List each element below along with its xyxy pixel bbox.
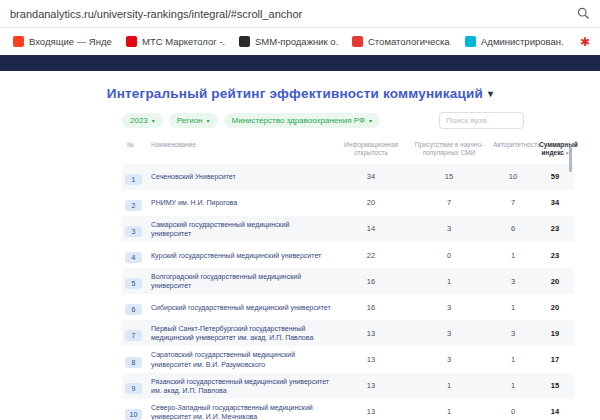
table-row[interactable]: 9 Рязанский государственный медицинский … xyxy=(122,373,574,399)
info-openness-value: 13 xyxy=(334,399,408,420)
controls-row: 2023 ▾ Регион ▾ Министерство здравоохран… xyxy=(122,112,574,129)
site-navbar xyxy=(0,55,600,71)
bookmarks-bar: Входящие — Яндек... МТС Маркетолог -... … xyxy=(0,28,600,55)
table-row[interactable]: 1 Сеченовский Университет 34 15 10 59 xyxy=(122,164,574,190)
bookmark-label: SMM-продажник о... xyxy=(255,36,338,47)
table-row[interactable]: 5 Волгоградский государственный медицинс… xyxy=(122,268,574,294)
extension-icon[interactable]: ✱ xyxy=(576,35,594,49)
media-presence-value: 1 xyxy=(408,399,490,420)
university-name-link[interactable]: РНИМУ им. Н.И. Пирогова xyxy=(151,198,331,207)
total-value: 23 xyxy=(536,242,574,268)
table-row[interactable]: 8 Саратовский государственный медицински… xyxy=(122,346,574,372)
total-value: 20 xyxy=(536,294,574,320)
table-row[interactable]: 10 Северо-Западный государственный медиц… xyxy=(122,399,574,420)
chevron-down-icon: ▾ xyxy=(152,117,155,124)
bookmark-item[interactable]: МТС Маркетолог -... xyxy=(119,34,232,49)
chevron-down-icon: ▾ xyxy=(207,117,210,124)
university-name-link[interactable]: Курский государственный медицинский унив… xyxy=(151,251,331,260)
filter-region[interactable]: Регион ▾ xyxy=(169,113,218,128)
info-openness-value: 34 xyxy=(334,164,408,190)
rankings-panel: 2023 ▾ Регион ▾ Министерство здравоохран… xyxy=(122,112,574,420)
rankings-table: № Наименование Информационная открытость… xyxy=(122,138,574,420)
university-name-link[interactable]: Сибирский государственный медицинский ун… xyxy=(151,303,331,312)
media-presence-value: 3 xyxy=(408,216,490,242)
bookmark-item[interactable]: Администрирован... xyxy=(458,34,571,49)
rank-badge: 10 xyxy=(125,409,142,420)
col-header-info[interactable]: Информационная открытость xyxy=(334,138,408,164)
table-row[interactable]: 6 Сибирский государственный медицинский … xyxy=(122,294,574,320)
info-openness-value: 13 xyxy=(334,373,408,399)
rank-badge: 3 xyxy=(125,226,142,237)
university-name-link[interactable]: Сеченовский Университет xyxy=(151,172,331,181)
filter-region-label: Регион xyxy=(177,116,203,125)
bookmark-label: Входящие — Яндек... xyxy=(29,36,112,47)
table-body: 1 Сеченовский Университет 34 15 10 59 2 … xyxy=(122,164,574,420)
filter-year[interactable]: 2023 ▾ xyxy=(122,113,163,128)
media-presence-value: 3 xyxy=(408,320,490,346)
authority-value: 6 xyxy=(490,216,536,242)
scrollbar-thumb[interactable] xyxy=(569,146,572,172)
authority-value: 3 xyxy=(490,320,536,346)
col-header-name[interactable]: Наименование xyxy=(148,138,334,164)
bookmark-label: Стоматологическа... xyxy=(368,36,451,47)
rank-badge: 6 xyxy=(125,304,142,315)
rank-badge: 5 xyxy=(125,278,142,289)
university-name-link[interactable]: Северо-Западный государственный медицинс… xyxy=(151,403,331,420)
university-name-link[interactable]: Саратовский государственный медицинский … xyxy=(151,350,331,368)
authority-value: 1 xyxy=(490,373,536,399)
browser-window: brandanalytics.ru/university-rankings/in… xyxy=(0,0,600,420)
col-header-media[interactable]: Присутствие в научно-популярных СМИ xyxy=(408,138,490,164)
rank-badge: 2 xyxy=(125,200,142,211)
bookmark-label: Администрирован... xyxy=(481,36,564,47)
university-name-link[interactable]: Рязанский государственный медицинский ун… xyxy=(151,377,331,395)
dental-icon xyxy=(352,36,363,47)
filter-year-label: 2023 xyxy=(130,116,148,125)
bookmark-item[interactable]: Входящие — Яндек... xyxy=(6,34,119,49)
table-row[interactable]: 3 Самарский государственный медицинский … xyxy=(122,216,574,242)
media-presence-value: 0 xyxy=(408,242,490,268)
table-row[interactable]: 7 Первый Санкт-Петербургский государстве… xyxy=(122,320,574,346)
address-bar[interactable]: brandanalytics.ru/university-rankings/in… xyxy=(0,0,600,28)
media-presence-value: 1 xyxy=(408,268,490,294)
media-presence-value: 3 xyxy=(408,294,490,320)
total-value: 19 xyxy=(536,320,574,346)
chevron-down-icon: ▾ xyxy=(369,117,372,124)
bookmark-item[interactable]: Стоматологическа... xyxy=(345,34,458,49)
magnifier-glyph xyxy=(577,7,590,20)
info-openness-value: 14 xyxy=(334,216,408,242)
table-row[interactable]: 2 РНИМУ им. Н.И. Пирогова 20 7 7 34 xyxy=(122,190,574,216)
url-text[interactable]: brandanalytics.ru/university-rankings/in… xyxy=(10,8,302,20)
zoom-icon[interactable] xyxy=(577,7,590,20)
table-row[interactable]: 4 Курский государственный медицинский ун… xyxy=(122,242,574,268)
chevron-down-icon[interactable]: ▾ xyxy=(488,88,493,99)
media-presence-value: 15 xyxy=(408,164,490,190)
total-value: 34 xyxy=(536,190,574,216)
smm-icon xyxy=(239,36,250,47)
yandex-mail-icon xyxy=(13,36,24,47)
filter-ministry[interactable]: Министерство здравоохранения РФ ▾ xyxy=(224,113,381,128)
rank-badge: 4 xyxy=(125,252,142,263)
rank-badge: 1 xyxy=(125,174,142,185)
col-header-rank[interactable]: № xyxy=(122,138,148,164)
authority-value: 3 xyxy=(490,268,536,294)
total-value: 23 xyxy=(536,216,574,242)
filter-ministry-label: Министерство здравоохранения РФ xyxy=(232,116,366,125)
bookmark-label: МТС Маркетолог -... xyxy=(142,36,225,47)
total-value: 14 xyxy=(536,399,574,420)
info-openness-value: 16 xyxy=(334,268,408,294)
authority-value: 10 xyxy=(490,164,536,190)
university-name-link[interactable]: Самарский государственный медицинский ун… xyxy=(151,220,331,238)
table-header-row: № Наименование Информационная открытость… xyxy=(122,138,574,164)
bookmark-item[interactable]: SMM-продажник о... xyxy=(232,34,345,49)
search-input[interactable] xyxy=(439,112,524,129)
info-openness-value: 20 xyxy=(334,190,408,216)
authority-value: 7 xyxy=(490,190,536,216)
bookmarks-list: Входящие — Яндек... МТС Маркетолог -... … xyxy=(6,34,576,49)
page-title-text: Интегральный рейтинг эффективности комму… xyxy=(107,86,483,101)
info-openness-value: 13 xyxy=(334,320,408,346)
col-header-authority[interactable]: Авторитетность xyxy=(490,138,536,164)
filters: 2023 ▾ Регион ▾ Министерство здравоохран… xyxy=(122,113,380,128)
university-name-link[interactable]: Волгоградский государственный медицински… xyxy=(151,272,331,290)
university-name-link[interactable]: Первый Санкт-Петербургский государственн… xyxy=(151,324,331,342)
authority-value: 1 xyxy=(490,346,536,372)
